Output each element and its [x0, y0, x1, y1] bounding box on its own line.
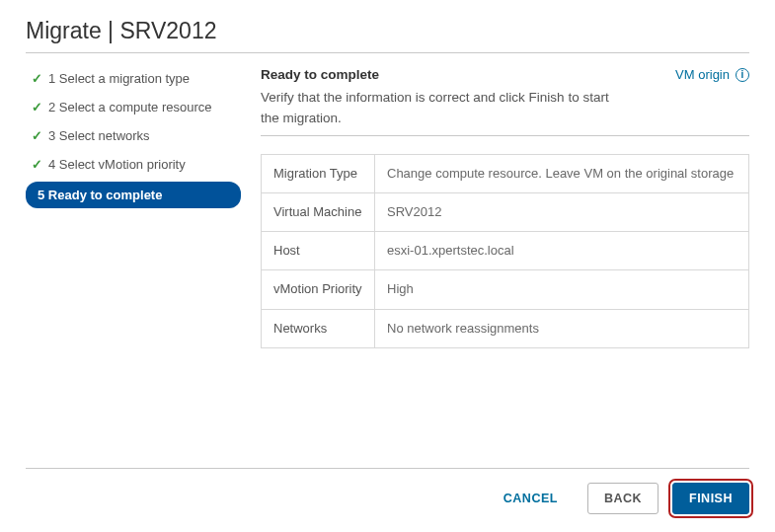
section-heading: Ready to complete [261, 67, 626, 82]
step-label: 3 Select networks [48, 128, 150, 143]
back-button[interactable]: BACK [587, 483, 659, 514]
summary-table: Migration Type Change compute resource. … [261, 154, 749, 348]
summary-value-priority: High [375, 270, 749, 309]
section-subheading: Verify that the information is correct a… [261, 88, 626, 129]
summary-value-vm: SRV2012 [375, 193, 749, 232]
step-vmotion-priority[interactable]: ✓ 4 Select vMotion priority [26, 153, 241, 176]
wizard-footer: CANCEL BACK FINISH [26, 468, 749, 532]
summary-label-host: Host [262, 232, 375, 270]
table-row: vMotion Priority High [262, 270, 749, 309]
step-compute-resource[interactable]: ✓ 2 Select a compute resource [26, 96, 241, 118]
step-select-networks[interactable]: ✓ 3 Select networks [26, 124, 241, 147]
summary-value-networks: No network reassignments [375, 309, 749, 347]
check-icon: ✓ [32, 100, 42, 114]
page-title: Migrate | SRV2012 [26, 18, 749, 52]
step-label: 5 Ready to complete [38, 188, 162, 202]
step-label: 2 Select a compute resource [48, 100, 211, 114]
finish-button[interactable]: FINISH [672, 483, 749, 514]
check-icon: ✓ [32, 71, 42, 86]
step-ready-to-complete[interactable]: 5 Ready to complete [26, 182, 241, 208]
summary-label-networks: Networks [262, 309, 375, 347]
wizard-steps: ✓ 1 Select a migration type ✓ 2 Select a… [26, 67, 241, 468]
summary-label-vm: Virtual Machine [262, 193, 375, 232]
step-migration-type[interactable]: ✓ 1 Select a migration type [26, 67, 241, 90]
table-row: Migration Type Change compute resource. … [262, 154, 749, 192]
summary-value-host: esxi-01.xpertstec.local [375, 232, 749, 270]
vm-origin-link[interactable]: VM origin i [675, 67, 749, 82]
summary-label-migration-type: Migration Type [262, 154, 375, 192]
step-label: 4 Select vMotion priority [48, 157, 186, 172]
summary-label-priority: vMotion Priority [262, 270, 375, 309]
check-icon: ✓ [32, 128, 42, 143]
table-row: Virtual Machine SRV2012 [262, 193, 749, 232]
cancel-button[interactable]: CANCEL [488, 484, 574, 513]
check-icon: ✓ [32, 157, 42, 172]
table-row: Networks No network reassignments [262, 309, 749, 347]
table-row: Host esxi-01.xpertstec.local [262, 232, 749, 270]
summary-value-migration-type: Change compute resource. Leave VM on the… [375, 154, 749, 192]
step-label: 1 Select a migration type [48, 71, 190, 86]
info-icon: i [736, 68, 749, 82]
vm-origin-label: VM origin [675, 67, 730, 82]
section-divider [261, 135, 749, 136]
title-divider [26, 52, 749, 53]
